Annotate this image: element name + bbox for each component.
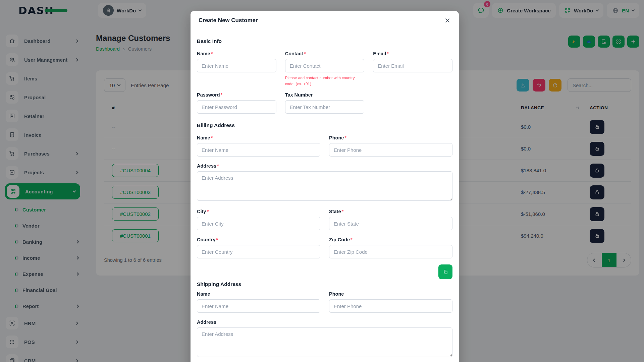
required-mark: *: [341, 209, 343, 214]
required-mark: *: [207, 209, 209, 214]
billing-zip-field[interactable]: [329, 245, 452, 258]
basic-info-heading: Basic Info: [197, 38, 452, 44]
required-mark: *: [344, 135, 346, 140]
contact-field[interactable]: [285, 59, 365, 72]
required-mark: *: [387, 51, 389, 56]
password-field[interactable]: [197, 100, 276, 114]
required-mark: *: [304, 51, 306, 56]
required-mark: *: [217, 163, 219, 169]
close-button[interactable]: [444, 17, 451, 24]
required-mark: *: [211, 135, 213, 140]
copy-billing-to-shipping-button[interactable]: [438, 264, 452, 279]
copy-icon: [443, 269, 448, 275]
required-mark: *: [211, 51, 213, 56]
required-mark: *: [216, 237, 218, 242]
required-mark: *: [221, 92, 223, 98]
email-field[interactable]: [373, 59, 452, 72]
shipping-address-heading: Shipping Address: [197, 281, 452, 287]
name-field-group: Name*: [197, 51, 276, 87]
tax-number-field[interactable]: [285, 100, 365, 114]
email-field-group: Email*: [373, 51, 452, 87]
billing-city-field-group: City*: [197, 209, 320, 230]
tax-number-field-group: Tax Number: [285, 92, 365, 114]
shipping-name-field[interactable]: [197, 299, 320, 313]
modal-body: Basic Info Name* Contact* Please add con…: [191, 30, 459, 358]
billing-name-field-group: Name*: [197, 135, 320, 157]
billing-country-field-group: Country*: [197, 237, 320, 258]
modal-title: Create New Customer: [199, 17, 258, 24]
billing-zip-field-group: Zip Code*: [329, 237, 452, 258]
contact-field-group: Contact* Please add contact number with …: [285, 51, 365, 87]
modal-header: Create New Customer: [191, 11, 459, 30]
shipping-address-field[interactable]: [197, 327, 452, 357]
shipping-address-field-group: Address: [197, 319, 452, 358]
billing-phone-field-group: Phone*: [329, 135, 452, 157]
billing-address-heading: Billing Address: [197, 122, 452, 128]
billing-country-field[interactable]: [197, 245, 320, 258]
billing-address-field[interactable]: [197, 171, 452, 201]
shipping-phone-field-group: Phone: [329, 291, 452, 313]
contact-helper-text: Please add contact number with country c…: [285, 75, 365, 87]
billing-phone-field[interactable]: [329, 143, 452, 157]
name-field[interactable]: [197, 59, 276, 72]
close-icon: [444, 17, 451, 24]
billing-city-field[interactable]: [197, 217, 320, 230]
create-customer-modal: Create New Customer Basic Info Name* Con…: [191, 11, 459, 362]
billing-state-field[interactable]: [329, 217, 452, 230]
required-mark: *: [351, 237, 353, 242]
shipping-phone-field[interactable]: [329, 299, 452, 313]
billing-address-field-group: Address*: [197, 163, 452, 202]
billing-name-field[interactable]: [197, 143, 320, 157]
shipping-name-field-group: Name: [197, 291, 320, 313]
password-field-group: Password*: [197, 92, 276, 114]
billing-state-field-group: State*: [329, 209, 452, 230]
